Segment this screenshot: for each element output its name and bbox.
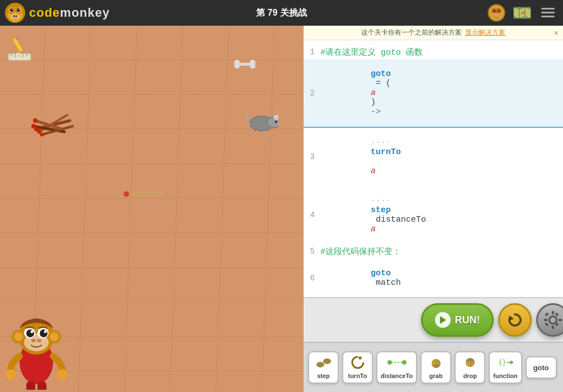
svg-rect-85 bbox=[552, 326, 554, 329]
line-num-1: 1 bbox=[304, 47, 320, 56]
line-num-3: 3 bbox=[304, 152, 320, 161]
line-content-5: #这段代码保持不变： bbox=[320, 246, 563, 257]
line-num-5: 5 bbox=[304, 247, 320, 256]
block-goto-label: goto bbox=[533, 364, 549, 372]
settings-icon bbox=[543, 310, 563, 330]
play-icon bbox=[435, 312, 451, 328]
sticks-object bbox=[31, 104, 75, 140]
block-step-label: step bbox=[317, 372, 330, 379]
svg-point-45 bbox=[31, 124, 36, 128]
svg-point-93 bbox=[323, 358, 331, 364]
svg-rect-23 bbox=[541, 16, 555, 17]
settings-button[interactable] bbox=[536, 303, 563, 337]
block-goto[interactable]: goto bbox=[526, 356, 557, 379]
svg-rect-104 bbox=[471, 361, 474, 366]
block-drop[interactable]: drop bbox=[455, 351, 485, 384]
distanceto-icon bbox=[387, 356, 407, 371]
svg-point-74 bbox=[31, 339, 36, 342]
svg-point-60 bbox=[124, 192, 129, 197]
svg-point-44 bbox=[37, 130, 41, 134]
blocks-toolbar: step turnTo bbox=[304, 342, 563, 392]
step-icon bbox=[316, 356, 332, 371]
menu-icon bbox=[541, 7, 555, 18]
reset-button[interactable] bbox=[498, 303, 532, 337]
code-editor[interactable]: 1 #请在这里定义 goto 函数 2 goto = ( a ) -> 3 ··… bbox=[304, 40, 563, 297]
block-function[interactable]: {} function bbox=[489, 351, 522, 384]
svg-point-51 bbox=[274, 115, 278, 119]
svg-point-35 bbox=[234, 63, 240, 69]
block-turnto[interactable]: turnTo bbox=[342, 351, 373, 384]
show-solution-link[interactable]: 显示解决方案 bbox=[465, 28, 505, 37]
line-content-6: goto match bbox=[320, 259, 563, 297]
code-line-4: 4 ···· step distanceTo a bbox=[304, 186, 563, 244]
block-turnto-label: turnTo bbox=[348, 372, 367, 379]
svg-point-72 bbox=[31, 331, 34, 333]
svg-rect-105 bbox=[466, 361, 468, 365]
line-num-6: 6 bbox=[304, 274, 320, 283]
code-line-3: 3 ···· turnTo a bbox=[304, 128, 563, 186]
svg-rect-59 bbox=[126, 193, 164, 195]
notification-close-button[interactable]: × bbox=[554, 28, 559, 37]
reset-icon bbox=[506, 311, 524, 329]
run-area: RUN! bbox=[304, 297, 563, 342]
svg-rect-100 bbox=[437, 360, 439, 365]
block-grab-label: grab bbox=[429, 372, 443, 379]
avatar-icon bbox=[487, 3, 506, 22]
code-line-2[interactable]: 2 goto = ( a ) -> bbox=[304, 59, 563, 128]
svg-marker-94 bbox=[358, 357, 362, 360]
svg-point-12 bbox=[16, 15, 17, 17]
header: CODEmonkey 第 79 关挑战 bbox=[0, 0, 563, 26]
function-icon: {} bbox=[497, 356, 514, 371]
code-line-5: 5 #这段代码保持不变： bbox=[304, 244, 563, 259]
line-content-2: goto = ( a ) -> bbox=[320, 60, 563, 126]
svg-marker-108 bbox=[510, 360, 514, 365]
svg-point-75 bbox=[37, 339, 41, 342]
svg-rect-87 bbox=[559, 319, 562, 321]
svg-point-11 bbox=[13, 15, 15, 17]
svg-point-95 bbox=[387, 360, 392, 365]
line-content-3: ···· turnTo a bbox=[320, 128, 563, 185]
svg-point-6 bbox=[10, 8, 13, 12]
block-distanceto[interactable]: distanceTo bbox=[376, 351, 417, 384]
svg-rect-90 bbox=[545, 322, 548, 326]
logo-icon bbox=[4, 2, 26, 23]
bone-object bbox=[234, 59, 256, 71]
run-button[interactable]: RUN! bbox=[421, 303, 494, 337]
svg-point-47 bbox=[33, 118, 37, 123]
right-panel: 这个关卡你有一个之前的解决方案 显示解决方案 × 1 #请在这里定义 goto … bbox=[304, 26, 563, 392]
block-grab[interactable]: grab bbox=[420, 351, 451, 384]
svg-point-96 bbox=[402, 360, 406, 365]
code-line-1: 1 #请在这里定义 goto 函数 bbox=[304, 45, 563, 59]
svg-rect-89 bbox=[555, 312, 559, 316]
run-button-label: RUN! bbox=[455, 314, 480, 326]
game-area bbox=[0, 26, 304, 392]
ruler-object bbox=[6, 34, 34, 64]
svg-point-7 bbox=[17, 8, 20, 12]
svg-rect-24 bbox=[8, 54, 31, 60]
svg-rect-78 bbox=[26, 381, 35, 390]
svg-point-70 bbox=[26, 329, 34, 337]
monkey-character bbox=[3, 300, 70, 392]
main-layout: 这个关卡你有一个之前的解决方案 显示解决方案 × 1 #请在这里定义 goto … bbox=[0, 26, 563, 392]
avatar-button[interactable] bbox=[487, 3, 506, 22]
map-button[interactable] bbox=[513, 3, 532, 22]
line-num-2: 2 bbox=[304, 89, 320, 98]
line-num-4: 4 bbox=[304, 211, 320, 219]
svg-point-92 bbox=[316, 362, 324, 367]
svg-rect-88 bbox=[545, 312, 548, 316]
block-drop-label: drop bbox=[463, 372, 477, 379]
svg-rect-86 bbox=[544, 319, 547, 321]
svg-point-71 bbox=[40, 329, 48, 337]
svg-rect-21 bbox=[541, 8, 555, 9]
svg-marker-80 bbox=[440, 316, 446, 324]
menu-button[interactable] bbox=[538, 3, 557, 22]
header-right bbox=[487, 3, 557, 22]
svg-point-83 bbox=[550, 317, 556, 323]
line-content-1: #请在这里定义 goto 函数 bbox=[320, 47, 563, 58]
svg-point-8 bbox=[12, 9, 13, 10]
svg-point-77 bbox=[56, 369, 68, 380]
svg-rect-84 bbox=[552, 311, 554, 314]
block-step[interactable]: step bbox=[308, 351, 339, 384]
svg-marker-81 bbox=[508, 315, 514, 321]
code-line-6: 6 goto match bbox=[304, 259, 563, 297]
